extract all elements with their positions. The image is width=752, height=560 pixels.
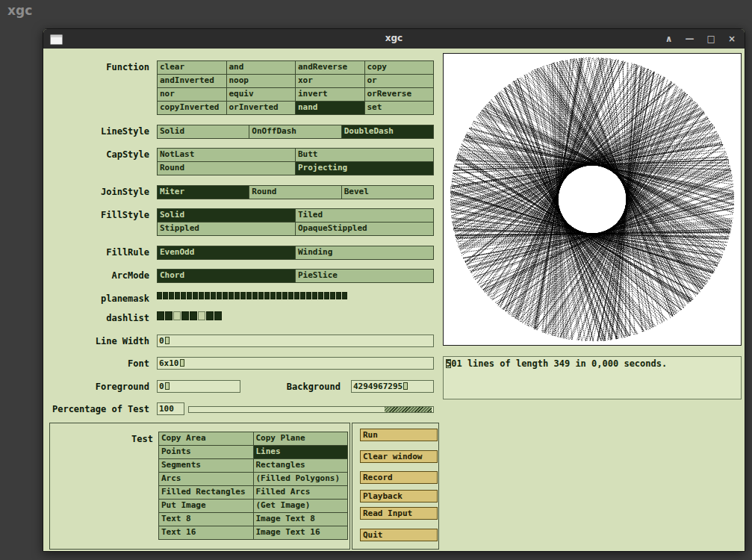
function-option-and[interactable]: and: [227, 61, 296, 74]
percentage-input[interactable]: 100: [157, 402, 184, 415]
function-option-or[interactable]: or: [365, 75, 434, 87]
maximize-icon[interactable]: □: [707, 29, 715, 49]
test-option-lines[interactable]: Lines: [254, 446, 348, 458]
dashlist-bit-1[interactable]: [165, 311, 173, 320]
titlebar[interactable]: xgc ∧ — □ ×: [43, 29, 745, 49]
test-option-copy-area[interactable]: Copy Area: [159, 432, 253, 445]
fillstyle-option-solid[interactable]: Solid: [158, 209, 295, 222]
planemask-bit-6[interactable]: [193, 292, 198, 299]
linestyle-option-solid[interactable]: Solid: [158, 125, 249, 138]
command-record-button[interactable]: Record: [360, 471, 438, 484]
function-option-orreverse[interactable]: orReverse: [365, 88, 434, 101]
fillrule-option-evenodd[interactable]: EvenOdd: [158, 246, 295, 259]
function-option-copyinverted[interactable]: copyInverted: [158, 102, 226, 114]
dashlist-bit-6[interactable]: [206, 311, 214, 320]
dashlist-bit-3[interactable]: [181, 311, 189, 320]
dashlist-bit-0[interactable]: [157, 311, 164, 320]
planemask-bit-16[interactable]: [252, 292, 258, 299]
function-option-orinverted[interactable]: orInverted: [227, 102, 296, 114]
capstyle-option-notlast[interactable]: NotLast: [158, 149, 295, 161]
function-option-nor[interactable]: nor: [158, 88, 226, 101]
capstyle-option-round[interactable]: Round: [158, 162, 295, 175]
capstyle-option-butt[interactable]: Butt: [296, 149, 433, 161]
joinstyle-option-bevel[interactable]: Bevel: [342, 186, 433, 199]
linestyle-option-doubledash[interactable]: DoubleDash: [342, 125, 433, 138]
planemask-bit-22[interactable]: [288, 292, 293, 299]
font-input[interactable]: 6x10: [157, 357, 434, 370]
function-option-xor[interactable]: xor: [296, 75, 364, 87]
test-option-segments[interactable]: Segments: [159, 459, 253, 472]
planemask-bit-12[interactable]: [229, 292, 234, 299]
test-option-get-image[interactable]: (Get Image): [254, 500, 348, 512]
planemask-bit-30[interactable]: [336, 292, 341, 299]
test-option-filled-arcs[interactable]: Filled Arcs: [254, 486, 348, 499]
planemask-bit-10[interactable]: [217, 292, 222, 299]
command-quit-button[interactable]: Quit: [360, 529, 438, 541]
planemask-bit-19[interactable]: [270, 292, 276, 299]
function-option-nand[interactable]: nand: [296, 102, 364, 114]
planemask-bit-14[interactable]: [240, 292, 246, 299]
dashlist-bit-2[interactable]: [173, 311, 181, 320]
planemask-bit-2[interactable]: [169, 292, 174, 299]
planemask-bit-5[interactable]: [187, 292, 192, 299]
foreground-input[interactable]: 0: [157, 380, 240, 393]
command-playback-button[interactable]: Playback: [360, 490, 438, 503]
joinstyle-option-round[interactable]: Round: [249, 186, 341, 199]
function-option-andreverse[interactable]: andReverse: [296, 61, 364, 74]
planemask-bit-21[interactable]: [282, 292, 288, 299]
close-icon[interactable]: ×: [728, 29, 736, 49]
test-option-filled-rectangles[interactable]: Filled Rectangles: [159, 486, 253, 499]
planemask-bit-9[interactable]: [211, 292, 216, 299]
arcmode-option-chord[interactable]: Chord: [158, 270, 295, 282]
slider-thumb[interactable]: [385, 407, 432, 412]
planemask-bit-3[interactable]: [175, 292, 180, 299]
planemask-bit-23[interactable]: [294, 292, 299, 299]
command-read-input-button[interactable]: Read Input: [360, 507, 438, 520]
fillstyle-option-tiled[interactable]: Tiled: [296, 209, 433, 222]
test-option-put-image[interactable]: Put Image: [159, 500, 253, 512]
test-option-copy-plane[interactable]: Copy Plane: [254, 432, 348, 445]
planemask-bit-28[interactable]: [324, 292, 329, 299]
function-option-equiv[interactable]: equiv: [227, 88, 296, 101]
fillrule-option-winding[interactable]: Winding: [296, 246, 433, 259]
planemask-bit-15[interactable]: [246, 292, 252, 299]
planemask-bit-4[interactable]: [181, 292, 186, 299]
planemask-bit-17[interactable]: [258, 292, 264, 299]
test-option-filled-polygons[interactable]: (Filled Polygons): [254, 473, 348, 485]
background-input[interactable]: 4294967295: [351, 380, 434, 393]
planemask-bit-24[interactable]: [300, 292, 305, 299]
command-run-button[interactable]: Run: [360, 429, 438, 441]
function-option-clear[interactable]: clear: [158, 61, 226, 74]
planemask-bit-18[interactable]: [264, 292, 270, 299]
test-option-text-16[interactable]: Text 16: [159, 526, 253, 539]
dashlist-bit-5[interactable]: [198, 311, 205, 320]
fillstyle-option-opaquestippled[interactable]: OpaqueStippled: [296, 223, 433, 235]
planemask-bit-7[interactable]: [199, 292, 204, 299]
line-width-input[interactable]: 0: [157, 335, 434, 347]
test-option-rectangles[interactable]: Rectangles: [254, 459, 348, 472]
test-option-arcs[interactable]: Arcs: [159, 473, 253, 485]
status-output[interactable]: 501 lines of length 349 in 0,000 seconds…: [443, 356, 742, 399]
test-option-image-text-16[interactable]: Image Text 16: [254, 526, 348, 539]
function-option-invert[interactable]: invert: [296, 88, 364, 101]
shade-icon[interactable]: ∧: [665, 29, 673, 49]
test-option-points[interactable]: Points: [159, 446, 253, 458]
function-option-noop[interactable]: noop: [227, 75, 296, 87]
planemask-bit-27[interactable]: [318, 292, 323, 299]
test-option-text-8[interactable]: Text 8: [159, 513, 253, 526]
planemask-bit-1[interactable]: [163, 292, 168, 299]
command-clear-window-button[interactable]: Clear window: [360, 450, 438, 463]
planemask-bit-13[interactable]: [234, 292, 240, 299]
planemask-bit-25[interactable]: [306, 292, 311, 299]
planemask-bit-8[interactable]: [205, 292, 210, 299]
capstyle-option-projecting[interactable]: Projecting: [296, 162, 433, 175]
arcmode-option-pieslice[interactable]: PieSlice: [296, 270, 433, 282]
planemask-bit-31[interactable]: [342, 292, 347, 299]
planemask-bit-26[interactable]: [312, 292, 317, 299]
minimize-icon[interactable]: —: [686, 29, 694, 49]
dashlist-bit-4[interactable]: [190, 311, 197, 320]
planemask-bit-20[interactable]: [276, 292, 282, 299]
test-option-image-text-8[interactable]: Image Text 8: [254, 513, 348, 526]
function-option-copy[interactable]: copy: [365, 61, 434, 74]
function-option-set[interactable]: set: [365, 102, 434, 114]
